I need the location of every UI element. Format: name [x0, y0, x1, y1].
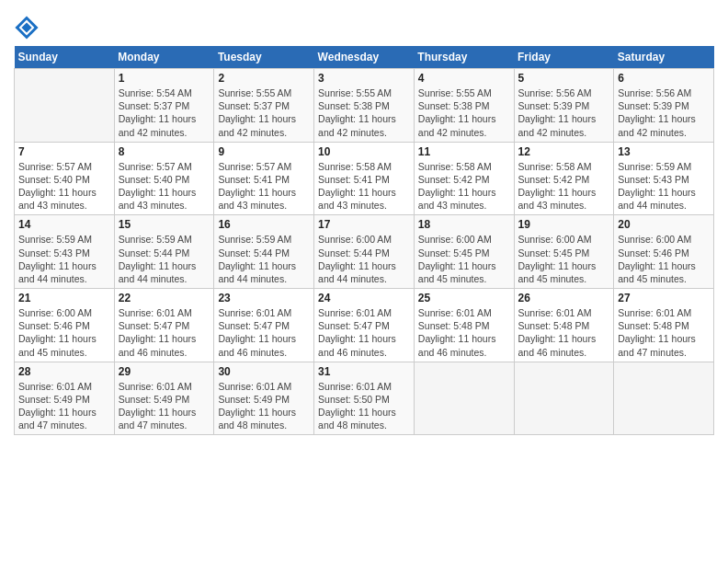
- day-number: 20: [618, 218, 710, 231]
- day-number: 26: [518, 292, 610, 304]
- day-number: 18: [418, 218, 510, 231]
- day-number: 9: [218, 145, 310, 158]
- day-info: Sunrise: 6:01 AM Sunset: 5:47 PM Dayligh…: [218, 306, 310, 359]
- day-number: 2: [218, 72, 310, 85]
- day-info: Sunrise: 6:00 AM Sunset: 5:45 PM Dayligh…: [518, 233, 610, 285]
- calendar-cell: 27Sunrise: 6:01 AM Sunset: 5:48 PM Dayli…: [614, 289, 714, 362]
- day-info: Sunrise: 6:01 AM Sunset: 5:50 PM Dayligh…: [318, 380, 410, 432]
- day-number: 28: [18, 365, 110, 378]
- day-number: 10: [318, 145, 410, 158]
- day-info: Sunrise: 5:57 AM Sunset: 5:40 PM Dayligh…: [18, 160, 110, 213]
- header-day: Thursday: [414, 46, 514, 69]
- day-info: Sunrise: 6:01 AM Sunset: 5:49 PM Dayligh…: [119, 380, 210, 432]
- calendar-cell: 31Sunrise: 6:01 AM Sunset: 5:50 PM Dayli…: [314, 362, 415, 435]
- day-info: Sunrise: 6:01 AM Sunset: 5:47 PM Dayligh…: [318, 306, 410, 359]
- calendar-cell: 1Sunrise: 5:54 AM Sunset: 5:37 PM Daylig…: [114, 69, 214, 143]
- logo-icon: [14, 15, 40, 40]
- header: [14, 9, 714, 40]
- calendar-cell: 30Sunrise: 6:01 AM Sunset: 5:49 PM Dayli…: [214, 362, 314, 435]
- calendar-week: 14Sunrise: 5:59 AM Sunset: 5:43 PM Dayli…: [15, 215, 714, 289]
- day-info: Sunrise: 5:55 AM Sunset: 5:38 PM Dayligh…: [318, 86, 410, 139]
- calendar-cell: 6Sunrise: 5:56 AM Sunset: 5:39 PM Daylig…: [614, 69, 714, 143]
- day-number: 13: [618, 145, 710, 158]
- calendar-cell: 17Sunrise: 6:00 AM Sunset: 5:44 PM Dayli…: [314, 215, 415, 289]
- day-info: Sunrise: 6:01 AM Sunset: 5:47 PM Dayligh…: [119, 306, 210, 359]
- calendar-table: SundayMondayTuesdayWednesdayThursdayFrid…: [14, 46, 714, 435]
- day-number: 19: [518, 218, 610, 231]
- day-number: 27: [618, 292, 710, 304]
- day-info: Sunrise: 5:59 AM Sunset: 5:43 PM Dayligh…: [618, 160, 710, 213]
- calendar-week: 7Sunrise: 5:57 AM Sunset: 5:40 PM Daylig…: [15, 142, 714, 215]
- calendar-cell: [15, 69, 115, 143]
- calendar-body: 1Sunrise: 5:54 AM Sunset: 5:37 PM Daylig…: [15, 69, 714, 435]
- day-number: 24: [318, 292, 410, 304]
- calendar-cell: 23Sunrise: 6:01 AM Sunset: 5:47 PM Dayli…: [214, 289, 314, 362]
- calendar-cell: 9Sunrise: 5:57 AM Sunset: 5:41 PM Daylig…: [214, 142, 314, 215]
- calendar-cell: 24Sunrise: 6:01 AM Sunset: 5:47 PM Dayli…: [314, 289, 415, 362]
- calendar-cell: 20Sunrise: 6:00 AM Sunset: 5:46 PM Dayli…: [614, 215, 714, 289]
- day-info: Sunrise: 5:54 AM Sunset: 5:37 PM Dayligh…: [119, 86, 210, 139]
- day-info: Sunrise: 5:55 AM Sunset: 5:38 PM Dayligh…: [418, 86, 510, 139]
- day-info: Sunrise: 6:01 AM Sunset: 5:49 PM Dayligh…: [218, 380, 310, 432]
- day-info: Sunrise: 6:00 AM Sunset: 5:45 PM Dayligh…: [418, 233, 510, 285]
- day-number: 31: [318, 365, 410, 378]
- day-info: Sunrise: 5:57 AM Sunset: 5:40 PM Dayligh…: [119, 160, 210, 213]
- day-info: Sunrise: 5:58 AM Sunset: 5:41 PM Dayligh…: [318, 160, 410, 213]
- day-number: 12: [518, 145, 610, 158]
- calendar-week: 28Sunrise: 6:01 AM Sunset: 5:49 PM Dayli…: [15, 362, 714, 435]
- day-number: 11: [418, 145, 510, 158]
- calendar-cell: 26Sunrise: 6:01 AM Sunset: 5:48 PM Dayli…: [514, 289, 614, 362]
- day-number: 25: [418, 292, 510, 304]
- day-number: 23: [218, 292, 310, 304]
- calendar-week: 21Sunrise: 6:00 AM Sunset: 5:46 PM Dayli…: [15, 289, 714, 362]
- day-number: 17: [318, 218, 410, 231]
- calendar-cell: 14Sunrise: 5:59 AM Sunset: 5:43 PM Dayli…: [15, 215, 115, 289]
- day-info: Sunrise: 5:56 AM Sunset: 5:39 PM Dayligh…: [618, 86, 710, 139]
- header-row: SundayMondayTuesdayWednesdayThursdayFrid…: [15, 46, 714, 69]
- header-day: Tuesday: [214, 46, 314, 69]
- calendar-cell: 15Sunrise: 5:59 AM Sunset: 5:44 PM Dayli…: [114, 215, 214, 289]
- calendar-cell: 13Sunrise: 5:59 AM Sunset: 5:43 PM Dayli…: [614, 142, 714, 215]
- calendar-cell: 2Sunrise: 5:55 AM Sunset: 5:37 PM Daylig…: [214, 69, 314, 143]
- calendar-week: 1Sunrise: 5:54 AM Sunset: 5:37 PM Daylig…: [15, 69, 714, 143]
- calendar-cell: 11Sunrise: 5:58 AM Sunset: 5:42 PM Dayli…: [414, 142, 514, 215]
- day-number: 7: [18, 145, 110, 158]
- calendar-cell: 21Sunrise: 6:00 AM Sunset: 5:46 PM Dayli…: [15, 289, 115, 362]
- calendar-cell: 3Sunrise: 5:55 AM Sunset: 5:38 PM Daylig…: [314, 69, 415, 143]
- calendar-cell: 22Sunrise: 6:01 AM Sunset: 5:47 PM Dayli…: [114, 289, 214, 362]
- day-info: Sunrise: 6:01 AM Sunset: 5:49 PM Dayligh…: [18, 380, 110, 432]
- calendar-cell: 25Sunrise: 6:01 AM Sunset: 5:48 PM Dayli…: [414, 289, 514, 362]
- calendar-cell: 7Sunrise: 5:57 AM Sunset: 5:40 PM Daylig…: [15, 142, 115, 215]
- day-info: Sunrise: 6:01 AM Sunset: 5:48 PM Dayligh…: [418, 306, 510, 359]
- header-day: Saturday: [614, 46, 714, 69]
- day-info: Sunrise: 6:00 AM Sunset: 5:46 PM Dayligh…: [618, 233, 710, 285]
- day-number: 1: [119, 72, 210, 85]
- calendar-header: SundayMondayTuesdayWednesdayThursdayFrid…: [15, 46, 714, 69]
- day-info: Sunrise: 6:01 AM Sunset: 5:48 PM Dayligh…: [618, 306, 710, 359]
- day-info: Sunrise: 5:56 AM Sunset: 5:39 PM Dayligh…: [518, 86, 610, 139]
- day-info: Sunrise: 6:00 AM Sunset: 5:44 PM Dayligh…: [318, 233, 410, 285]
- calendar-cell: 8Sunrise: 5:57 AM Sunset: 5:40 PM Daylig…: [114, 142, 214, 215]
- day-number: 22: [119, 292, 210, 304]
- header-day: Monday: [114, 46, 214, 69]
- day-info: Sunrise: 5:59 AM Sunset: 5:44 PM Dayligh…: [218, 233, 310, 285]
- calendar-cell: [514, 362, 614, 435]
- calendar-cell: 12Sunrise: 5:58 AM Sunset: 5:42 PM Dayli…: [514, 142, 614, 215]
- day-info: Sunrise: 5:59 AM Sunset: 5:43 PM Dayligh…: [18, 233, 110, 285]
- day-number: 29: [119, 365, 210, 378]
- day-info: Sunrise: 5:58 AM Sunset: 5:42 PM Dayligh…: [518, 160, 610, 213]
- day-info: Sunrise: 5:57 AM Sunset: 5:41 PM Dayligh…: [218, 160, 310, 213]
- day-info: Sunrise: 6:01 AM Sunset: 5:48 PM Dayligh…: [518, 306, 610, 359]
- header-day: Wednesday: [314, 46, 415, 69]
- day-number: 8: [119, 145, 210, 158]
- day-number: 14: [18, 218, 110, 231]
- logo: [14, 15, 43, 40]
- calendar-cell: 4Sunrise: 5:55 AM Sunset: 5:38 PM Daylig…: [414, 69, 514, 143]
- calendar-cell: 28Sunrise: 6:01 AM Sunset: 5:49 PM Dayli…: [15, 362, 115, 435]
- day-number: 3: [318, 72, 410, 85]
- day-number: 5: [518, 72, 610, 85]
- calendar-cell: [614, 362, 714, 435]
- calendar-cell: 29Sunrise: 6:01 AM Sunset: 5:49 PM Dayli…: [114, 362, 214, 435]
- day-number: 15: [119, 218, 210, 231]
- calendar-cell: 19Sunrise: 6:00 AM Sunset: 5:45 PM Dayli…: [514, 215, 614, 289]
